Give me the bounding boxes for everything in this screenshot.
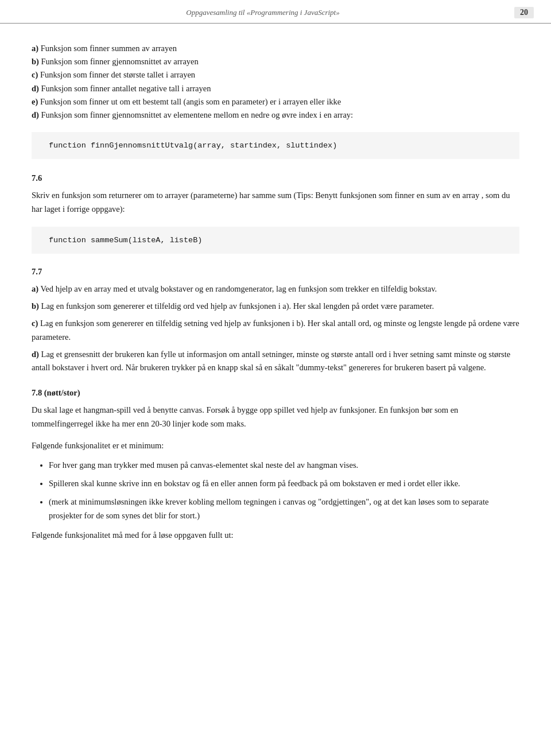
bullet-item-3: (merk at minimumsløsningen ikke krever k…	[49, 495, 519, 523]
list-item-c: c) Funksjon som finner det største talle…	[32, 68, 519, 82]
section-78-header: 7.8 (nøtt/stor)	[32, 386, 519, 400]
label-b: b)	[32, 57, 39, 66]
section-76-body: Skriv en funksjon som returnerer om to a…	[32, 189, 519, 216]
section-76-header: 7.6	[32, 172, 519, 185]
page-number: 20	[514, 7, 534, 18]
main-content: a) Funksjon som finner summen av arrayen…	[0, 24, 551, 577]
text-77a: Ved hjelp av en array med et utvalg boks…	[40, 284, 437, 293]
label-a: a)	[32, 44, 38, 53]
text-d1: Funksjon som finner antallet negative ta…	[41, 84, 211, 93]
code-block-2: function sammeSum(listeA, listeB)	[32, 227, 519, 254]
section-78-body1: Du skal lage et hangman-spill ved å beny…	[32, 404, 519, 431]
section-77-header: 7.7	[32, 265, 519, 279]
label-77a: a)	[32, 284, 38, 293]
section-78: 7.8 (nøtt/stor) Du skal lage et hangman-…	[32, 386, 519, 542]
header-title: Oppgavesamling til «Programmering i Java…	[17, 8, 509, 17]
page-header: Oppgavesamling til «Programmering i Java…	[0, 0, 551, 24]
section-77-number: 7.7	[32, 267, 42, 276]
bullet-item-1: For hver gang man trykker med musen på c…	[49, 459, 519, 472]
label-d2: d)	[32, 110, 39, 119]
list-item-d1: d) Funksjon som finner antallet negative…	[32, 82, 519, 95]
section-76-number: 7.6	[32, 173, 42, 183]
section-78-label: (nøtt/stor)	[44, 388, 80, 397]
intro-section: a) Funksjon som finner summen av arrayen…	[32, 42, 519, 159]
section-76: 7.6 Skriv en funksjon som returnerer om …	[32, 172, 519, 254]
text-a: Funksjon som finner summen av arrayen	[41, 44, 177, 53]
label-e: e)	[32, 97, 38, 106]
text-77c: Lag en funksjon som genererer en tilfeld…	[32, 319, 519, 342]
label-77b: b)	[32, 301, 39, 311]
list-item-b: b) Funksjon som finner gjennomsnittet av…	[32, 55, 519, 68]
list-item-e: e) Funksjon som finner ut om ett bestemt…	[32, 95, 519, 108]
list-item-d2: d) Funksjon som finner gjennomsnittet av…	[32, 108, 519, 122]
section-78-min-heading: Følgende funksjonalitet er et minimum:	[32, 439, 519, 453]
section-77-d: d) Lag et grensesnitt der brukeren kan f…	[32, 348, 519, 375]
bullet-list-minimum: For hver gang man trykker med musen på c…	[49, 459, 519, 523]
text-d2: Funksjon som finner gjennomsnittet av el…	[41, 110, 354, 119]
code-block-1: function finnGjennomsnittUtvalg(array, s…	[32, 132, 519, 159]
bullet-item-2: Spilleren skal kunne skrive inn en bokst…	[49, 477, 519, 491]
text-e: Funksjon som finner ut om ett bestemt ta…	[40, 97, 341, 106]
section-78-number: 7.8	[32, 388, 42, 397]
label-d1: d)	[32, 84, 39, 93]
list-item-a: a) Funksjon som finner summen av arrayen	[32, 42, 519, 55]
label-77d: d)	[32, 350, 39, 359]
text-77b: Lag en funksjon som genererer et tilfeld…	[41, 301, 434, 311]
section-77-a: a) Ved hjelp av en array med et utvalg b…	[32, 282, 519, 296]
section-77-c: c) Lag en funksjon som genererer en tilf…	[32, 317, 519, 344]
section-77-b: b) Lag en funksjon som genererer et tilf…	[32, 300, 519, 313]
text-b: Funksjon som finner gjennomsnittet av ar…	[41, 57, 199, 66]
section-78-ending: Følgende funksjonalitet må med for å løs…	[32, 529, 519, 542]
text-c: Funksjon som finner det største tallet i…	[40, 70, 195, 79]
text-77d: Lag et grensesnitt der brukeren kan fyll…	[32, 350, 510, 373]
label-77c: c)	[32, 319, 38, 328]
section-77: 7.7 a) Ved hjelp av en array med et utva…	[32, 265, 519, 375]
label-c: c)	[32, 70, 38, 79]
